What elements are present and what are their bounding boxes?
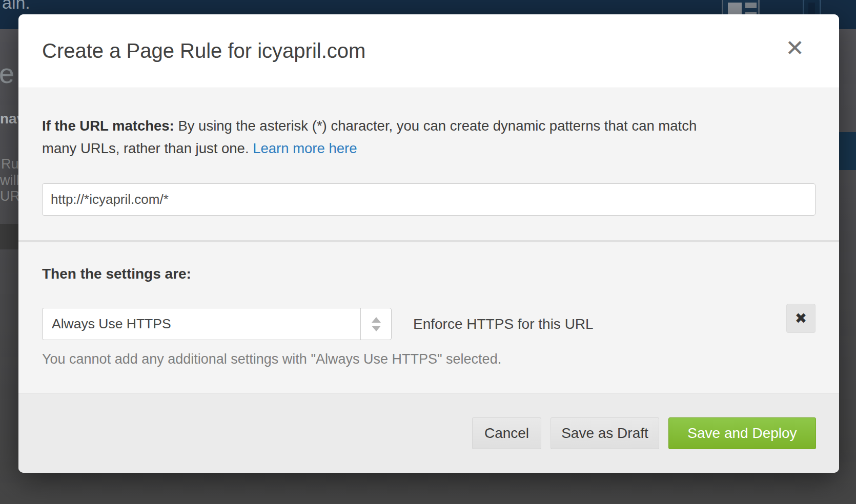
setting-row: Always Use HTTPS Enforce HTTPS for this … (42, 308, 816, 340)
select-stepper-icon[interactable] (360, 308, 391, 340)
url-pattern-input[interactable] (42, 183, 816, 216)
close-icon[interactable]: ✕ (785, 37, 804, 59)
learn-more-link[interactable]: Learn more here (253, 140, 357, 156)
background-text-fragment: Ru (1, 156, 19, 172)
page-title: Create a Page Rule for icyapril.com (42, 39, 365, 62)
save-as-draft-button[interactable]: Save as Draft (551, 417, 659, 449)
setting-select-value: Always Use HTTPS (43, 308, 391, 340)
url-match-label: If the URL matches: (42, 118, 174, 134)
screen: ain. e nav Ru will UR Create a Page Rule… (0, 0, 856, 504)
background-text-fragment: UR (0, 188, 20, 204)
modal-header: Create a Page Rule for icyapril.com ✕ (18, 14, 839, 88)
setting-description: Enforce HTTPS for this URL (413, 316, 594, 332)
modal-footer: Cancel Save as Draft Save and Deploy (18, 393, 839, 473)
chevron-up-icon (372, 317, 381, 323)
settings-heading: Then the settings are: (42, 266, 816, 282)
url-match-text-line2: many URLs, rather than just one. (42, 140, 249, 156)
background-domain-text: ain. (2, 0, 30, 13)
save-and-deploy-button[interactable]: Save and Deploy (668, 417, 816, 449)
url-match-text-line1: By using the asterisk (*) character, you… (178, 118, 697, 134)
settings-section: Then the settings are: Always Use HTTPS … (18, 242, 839, 393)
chevron-down-icon (372, 326, 381, 331)
grid-view-icon-bar (745, 3, 757, 8)
setting-select[interactable]: Always Use HTTPS (42, 308, 392, 340)
background-text-fragment: will (0, 173, 19, 188)
url-match-description: If the URL matches: By using the asteris… (42, 115, 816, 160)
background-text-fragment: e (0, 57, 14, 89)
url-match-section: If the URL matches: By using the asteris… (18, 88, 839, 240)
setting-note: You cannot add any additional settings w… (42, 351, 816, 367)
cancel-button[interactable]: Cancel (472, 417, 541, 449)
create-page-rule-modal: Create a Page Rule for icyapril.com ✕ If… (18, 14, 839, 473)
remove-x-icon: ✖ (795, 310, 807, 327)
remove-setting-button[interactable]: ✖ (786, 304, 816, 333)
